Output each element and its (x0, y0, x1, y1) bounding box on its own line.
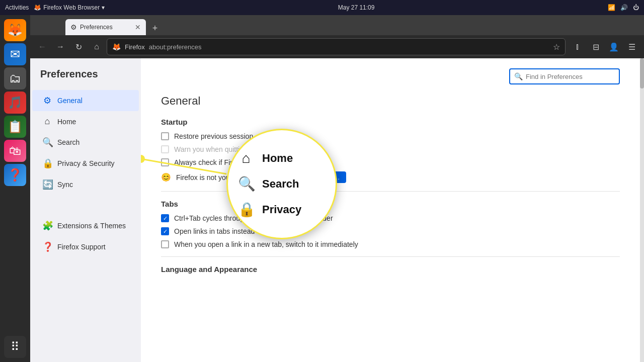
home-button[interactable]: ⌂ (89, 39, 105, 55)
search-preferences[interactable]: 🔍 (509, 68, 620, 84)
app-name: 🦊 Firefox Web Browser ▾ (34, 4, 105, 11)
browser-window: ⚙ Preferences ✕ + ← → ↻ ⌂ 🦊 Firefox abou… (30, 15, 644, 362)
sidebar-item-privacy[interactable]: 🔒 Privacy & Security (32, 153, 139, 174)
warn-quit-row: Warn you when quitting the browser (161, 145, 620, 153)
restore-session-label: Restore previous session (174, 132, 253, 140)
sidebar-item-support[interactable]: ❓ Firefox Support (32, 236, 139, 257)
site-favicon: 🦊 (112, 43, 121, 51)
bookmark-star[interactable]: ☆ (553, 42, 560, 52)
sync-icon: 🔄 (42, 179, 52, 190)
tab-preferences-label: Preferences (80, 24, 113, 31)
switch-tab-checkbox[interactable] (161, 240, 169, 248)
datetime: May 27 11:09 (338, 4, 375, 11)
search-prefs-input[interactable] (526, 73, 615, 80)
support-icon: ❓ (42, 241, 52, 252)
open-links-row: ✓ Open links in tabs instead of new wind… (161, 227, 620, 235)
section-title: General (161, 95, 620, 108)
toolbar-right: ⫿ ⊟ 👤 ☰ (570, 39, 640, 55)
sidebar-general-label: General (57, 97, 83, 105)
magnify-search-item: 🔍 Search (238, 175, 326, 192)
system-bar: Activities 🦊 Firefox Web Browser ▾ May 2… (0, 0, 644, 15)
startup-title: Startup (161, 118, 620, 126)
url-text: about:preferences (149, 43, 202, 51)
svg-point-1 (141, 155, 145, 163)
always-check-checkbox[interactable] (161, 158, 169, 166)
ctrl-tab-checkbox[interactable]: ✓ (161, 214, 169, 222)
back-button[interactable]: ← (34, 39, 50, 55)
restore-session-checkbox[interactable] (161, 132, 169, 140)
dock-apps[interactable]: 🛍 (4, 140, 26, 162)
toolbar: ← → ↻ ⌂ 🦊 Firefox about:preferences ☆ ⫿ … (30, 35, 644, 58)
collections-button[interactable]: ⫿ (570, 39, 586, 55)
network-icon: 📶 (608, 4, 615, 11)
dock-music[interactable]: 🎵 (4, 92, 26, 114)
sidebar-item-search[interactable]: 🔍 Search (32, 132, 139, 153)
main-content: 🔍 General Startup Restore previous sessi… (141, 58, 640, 362)
dock-firefox[interactable]: 🦊 (4, 19, 26, 41)
magnify-privacy-label: Privacy (262, 203, 301, 216)
dock-help[interactable]: ❓ (4, 164, 26, 186)
general-icon: ⚙ (42, 95, 52, 106)
magnify-privacy-item: 🔒 Privacy (238, 201, 326, 218)
account-button[interactable]: 👤 (606, 39, 622, 55)
url-display: Firefox (125, 43, 145, 51)
split-button[interactable]: ⊟ (588, 39, 604, 55)
tab-bar: ⚙ Preferences ✕ + (30, 15, 644, 35)
sidebar-item-sync[interactable]: 🔄 Sync (32, 174, 139, 195)
audio-icon: 🔊 (620, 4, 628, 11)
dock-grid[interactable]: ⠿ (4, 336, 26, 358)
scrollbar[interactable] (640, 58, 644, 362)
warn-quit-checkbox[interactable] (161, 145, 169, 153)
ctrl-tab-row: ✓ Ctrl+Tab cycles through tabs in recent… (161, 214, 620, 222)
sidebar-item-general[interactable]: ⚙ General (32, 90, 139, 111)
menu-button[interactable]: ☰ (624, 39, 640, 55)
privacy-icon: 🔒 (42, 158, 52, 169)
divider-2 (161, 256, 620, 257)
search-icon: 🔍 (42, 137, 52, 148)
sidebar-sync-label: Sync (57, 180, 73, 189)
sidebar-item-extensions[interactable]: 🧩 Extensions & Themes (32, 215, 139, 236)
sidebar-title: Preferences (30, 68, 141, 90)
sidebar-home-label: Home (57, 118, 76, 126)
activities-label[interactable]: Activities (5, 4, 29, 11)
dock-email[interactable]: ✉ (4, 43, 26, 65)
new-tab-button[interactable]: + (148, 21, 162, 35)
sidebar-search-label: Search (57, 138, 79, 146)
tab-close-button[interactable]: ✕ (135, 23, 141, 31)
magnify-search-icon: 🔍 (238, 175, 254, 192)
left-dock: 🦊 ✉ 🗂 🎵 📋 🛍 ❓ ⠿ (0, 15, 30, 362)
home-icon: ⌂ (42, 116, 52, 127)
magnify-privacy-icon: 🔒 (238, 201, 254, 218)
sidebar-support-label: Firefox Support (57, 243, 106, 251)
content-header: 🔍 (161, 68, 620, 84)
tab-preferences-icon: ⚙ (70, 23, 77, 31)
tabs-section: Tabs ✓ Ctrl+Tab cycles through tabs in r… (161, 200, 620, 248)
reload-button[interactable]: ↻ (70, 39, 87, 55)
sidebar-extensions-label: Extensions & Themes (57, 222, 126, 230)
tab-preferences[interactable]: ⚙ Preferences ✕ (65, 19, 146, 35)
sidebar-privacy-label: Privacy & Security (57, 159, 115, 167)
magnify-overlay: ⌂ Home 🔍 Search 🔒 Privacy (226, 129, 337, 239)
sidebar-item-home[interactable]: ⌂ Home (32, 111, 139, 132)
firefox-emoji: 😊 (161, 172, 171, 182)
magnify-home-label: Home (262, 152, 293, 165)
switch-tab-label: When you open a link in a new tab, switc… (174, 240, 358, 248)
search-prefs-icon: 🔍 (514, 72, 523, 80)
language-title: Language and Appearance (161, 265, 620, 274)
url-bar[interactable]: 🦊 Firefox about:preferences ☆ (107, 38, 566, 55)
magnify-home-icon: ⌂ (238, 150, 254, 166)
sidebar: Preferences ⚙ General ⌂ Home 🔍 Search 🔒 … (30, 58, 141, 362)
switch-tab-row: When you open a link in a new tab, switc… (161, 240, 620, 248)
magnify-home-item: ⌂ Home (238, 150, 326, 166)
extensions-icon: 🧩 (42, 220, 52, 231)
content-wrapper: Preferences ⚙ General ⌂ Home 🔍 Search 🔒 … (30, 58, 644, 362)
open-links-checkbox[interactable]: ✓ (161, 227, 169, 235)
power-icon: ⏻ (633, 4, 639, 11)
dock-files[interactable]: 🗂 (4, 67, 26, 89)
scrollbar-thumb[interactable] (640, 58, 644, 88)
restore-session-row: Restore previous session (161, 132, 620, 140)
forward-button[interactable]: → (52, 39, 68, 55)
dock-notes[interactable]: 📋 (4, 116, 26, 138)
magnify-search-label: Search (262, 177, 299, 191)
